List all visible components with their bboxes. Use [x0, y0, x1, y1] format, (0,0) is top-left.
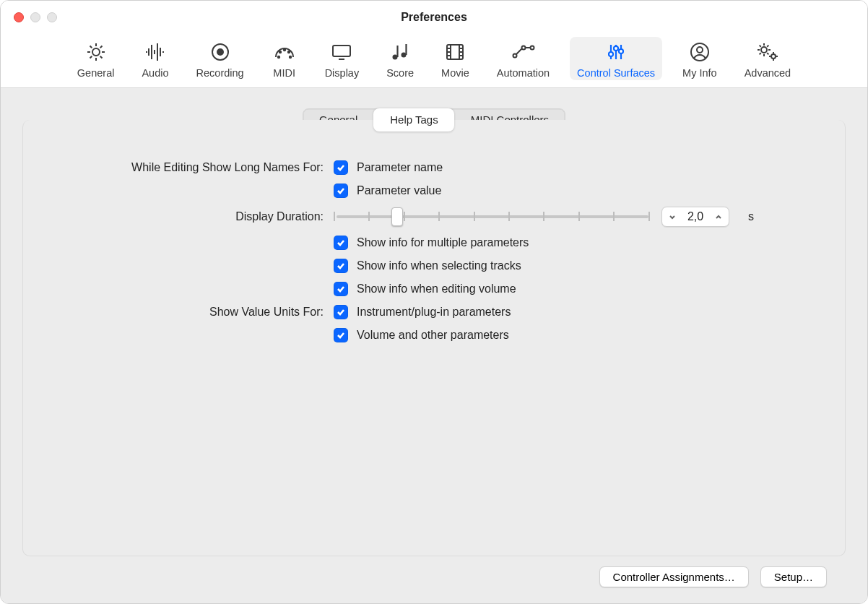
tab-label: Advanced — [745, 67, 791, 79]
checkbox-show-info-multiple[interactable] — [334, 236, 348, 250]
gears-icon — [755, 40, 781, 64]
sliders-icon — [603, 40, 629, 64]
settings-panel: While Editing Show Long Names For: Param… — [22, 120, 846, 556]
controller-assignments-button[interactable]: Controller Assignments… — [599, 566, 749, 587]
tab-control-surfaces[interactable]: Control Surfaces — [570, 37, 662, 80]
svg-point-7 — [283, 49, 285, 51]
display-duration-slider[interactable] — [334, 209, 651, 225]
tab-automation[interactable]: Automation — [490, 37, 557, 80]
gear-icon — [83, 40, 109, 64]
display-duration-label: Display Duration: — [52, 210, 334, 223]
tab-label: Automation — [497, 67, 550, 79]
tab-score[interactable]: Score — [379, 37, 421, 80]
wave-icon — [142, 40, 168, 64]
checkbox-parameter-value[interactable] — [334, 184, 348, 198]
display-duration-stepper[interactable]: 2,0 — [661, 207, 729, 227]
parameter-value-label: Parameter value — [357, 184, 441, 197]
svg-point-16 — [614, 46, 618, 51]
tab-movie[interactable]: Movie — [434, 37, 477, 80]
tab-label: MIDI — [273, 67, 295, 79]
svg-point-15 — [609, 52, 613, 56]
svg-point-14 — [531, 46, 534, 50]
film-icon — [442, 40, 468, 64]
show-info-multiple-label: Show info for multiple parameters — [357, 236, 529, 249]
tab-my-info[interactable]: My Info — [675, 37, 724, 80]
svg-point-6 — [287, 51, 289, 53]
volume-other-params-label: Volume and other parameters — [357, 329, 509, 342]
tab-display[interactable]: Display — [318, 37, 367, 80]
svg-point-3 — [277, 56, 279, 58]
window-title: Preferences — [1, 11, 867, 24]
svg-point-21 — [771, 54, 776, 59]
svg-point-0 — [92, 48, 100, 56]
tab-label: Control Surfaces — [577, 67, 655, 79]
tab-audio[interactable]: Audio — [134, 37, 175, 80]
chevron-up-icon[interactable] — [711, 212, 726, 221]
checkbox-instrument-plugin-params[interactable] — [334, 305, 348, 319]
person-circle-icon — [687, 40, 713, 64]
checkbox-parameter-name[interactable] — [334, 160, 348, 175]
tab-label: Movie — [441, 67, 469, 79]
checkbox-show-info-editing-volume[interactable] — [334, 282, 348, 296]
slider-knob[interactable] — [391, 207, 403, 226]
record-dot-icon — [207, 40, 233, 64]
show-info-selecting-tracks-label: Show info when selecting tracks — [357, 259, 521, 272]
preferences-toolbar: General Audio Recording MIDI Display Sco… — [1, 34, 867, 88]
svg-point-5 — [279, 51, 280, 53]
tab-label: Display — [325, 67, 360, 79]
tab-label: Score — [386, 67, 414, 79]
tab-label: My Info — [682, 67, 717, 79]
gauge-icon — [272, 40, 298, 64]
tab-label: Audio — [142, 67, 168, 79]
svg-point-20 — [761, 47, 767, 53]
show-value-units-label: Show Value Units For: — [52, 306, 334, 319]
automation-nodes-icon — [510, 40, 536, 64]
parameter-name-label: Parameter name — [357, 161, 443, 174]
display-duration-unit: s — [748, 210, 754, 223]
music-notes-icon — [387, 40, 413, 64]
tab-advanced[interactable]: Advanced — [737, 37, 799, 80]
tab-recording[interactable]: Recording — [189, 37, 251, 80]
display-duration-value: 2,0 — [680, 210, 711, 223]
svg-point-12 — [513, 54, 517, 58]
edit-long-names-label: While Editing Show Long Names For: — [52, 161, 334, 174]
svg-point-19 — [697, 47, 703, 53]
tab-label: General — [77, 67, 115, 79]
svg-point-2 — [217, 49, 223, 55]
titlebar: Preferences — [1, 1, 867, 34]
svg-point-17 — [619, 49, 623, 53]
tab-general[interactable]: General — [70, 37, 122, 80]
instrument-plugin-params-label: Instrument/plug-in parameters — [357, 306, 511, 319]
show-info-editing-volume-label: Show info when editing volume — [357, 282, 516, 295]
setup-button[interactable]: Setup… — [760, 566, 827, 587]
footer: Controller Assignments… Setup… — [22, 556, 846, 603]
tab-midi[interactable]: MIDI — [264, 37, 305, 80]
chevron-down-icon[interactable] — [665, 212, 680, 221]
checkbox-show-info-selecting-tracks[interactable] — [334, 259, 348, 273]
subtab-help-tags[interactable]: Help Tags — [373, 108, 453, 131]
svg-rect-8 — [333, 46, 350, 56]
tab-label: Recording — [196, 67, 244, 79]
svg-point-4 — [289, 56, 290, 58]
checkbox-volume-other-params[interactable] — [334, 328, 348, 342]
monitor-icon — [329, 40, 355, 64]
content-area: General Help Tags MIDI Controllers While… — [1, 88, 867, 603]
